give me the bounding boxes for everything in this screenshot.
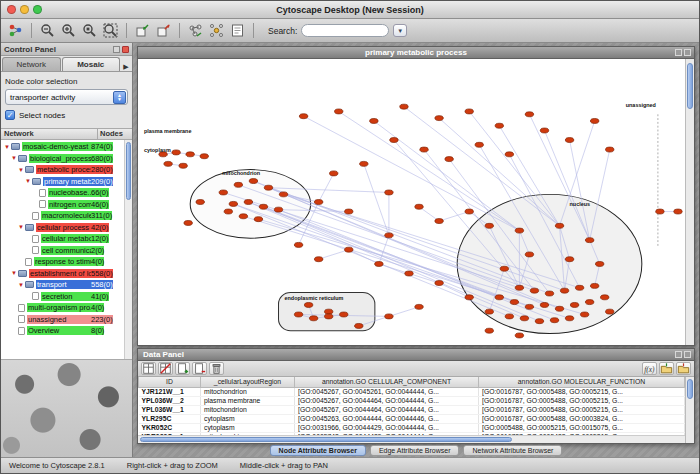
graph-node[interactable]	[196, 200, 204, 205]
expand-arrow-icon[interactable]: ▼	[3, 144, 11, 150]
table-row[interactable]: YJR121W__1mitochondrion[GO:0045267, GO:0…	[139, 387, 685, 396]
graph-node[interactable]	[674, 209, 682, 214]
graph-node[interactable]	[595, 261, 603, 266]
graph-node[interactable]	[259, 204, 267, 209]
tree-item[interactable]: ▼mosaic-demo-yeast874(0)	[1, 141, 124, 153]
minimize-window-button[interactable]	[20, 5, 29, 14]
graph-node[interactable]	[254, 217, 262, 222]
graph-node[interactable]	[535, 319, 543, 324]
tree-item[interactable]: ▼establishment of lo...558(0)	[1, 268, 124, 280]
expand-arrow-icon[interactable]: ▼	[17, 224, 25, 230]
graph-node[interactable]	[172, 150, 180, 155]
network-icon[interactable]	[6, 21, 25, 40]
table-cell[interactable]: [GO:0031966, GO:0044429, GO:0044444, G..…	[295, 423, 479, 432]
export-table-icon[interactable]	[676, 362, 691, 375]
graph-node[interactable]	[274, 207, 282, 212]
expand-arrow-icon[interactable]: ▼	[24, 178, 32, 184]
graph-node[interactable]	[530, 288, 538, 293]
table-cell[interactable]: cytoplasm	[201, 423, 295, 432]
zoom-in-icon[interactable]	[59, 21, 78, 40]
graph-node[interactable]	[606, 147, 614, 152]
graph-node[interactable]	[229, 201, 237, 206]
table-row[interactable]: YPL036W__2plasma membrane[GO:0045267, GO…	[139, 396, 685, 405]
table-cell[interactable]: [GO:0016787, GO:0005488, GO:0005215, G..…	[479, 396, 685, 405]
table-cell[interactable]: [GO:0045267, GO:0044464, GO:0044444, G..…	[295, 396, 479, 405]
graph-node[interactable]	[515, 333, 523, 338]
graph-node[interactable]	[415, 204, 423, 209]
graph-node[interactable]	[400, 104, 408, 109]
table-cell[interactable]: YJR121W__1	[139, 387, 201, 396]
tab-network-attribute-browser[interactable]: Network Attribute Browser	[463, 445, 562, 456]
graph-node[interactable]	[345, 209, 353, 214]
graph-node[interactable]	[375, 261, 383, 266]
import-network-icon[interactable]	[133, 21, 152, 40]
graph-node[interactable]	[279, 192, 287, 197]
close-panel-icon[interactable]	[122, 46, 129, 53]
graph-node[interactable]	[239, 214, 247, 219]
graph-node[interactable]	[500, 266, 508, 271]
network-vertical-scrollbar[interactable]	[685, 59, 694, 345]
table-row[interactable]: YPL036W__1mitochondrion[GO:0045267, GO:0…	[139, 405, 685, 414]
table-cell[interactable]: YPL036W__1	[139, 405, 201, 414]
graph-node[interactable]	[495, 295, 503, 300]
graph-node[interactable]	[565, 138, 573, 143]
graph-node[interactable]	[294, 312, 302, 317]
tree-item[interactable]: cellular metabo...12(0)	[1, 233, 124, 245]
table-cell[interactable]: [GO:0005488, GO:0005215, GO:0015075, G..…	[479, 423, 685, 432]
graph-node[interactable]	[485, 328, 493, 333]
graph-node[interactable]	[570, 302, 578, 307]
graph-node[interactable]	[445, 157, 453, 162]
tab-node-attribute-browser[interactable]: Node Attribute Browser	[270, 445, 366, 456]
close-window-button[interactable]	[7, 5, 16, 14]
table-row[interactable]: YLR295Ccytoplasm[GO:0045263, GO:0044444,…	[139, 414, 685, 423]
tab-mosaic[interactable]: Mosaic	[62, 57, 121, 71]
graph-node[interactable]	[304, 302, 312, 307]
tab-edge-attribute-browser[interactable]: Edge Attribute Browser	[370, 445, 460, 456]
table-cell[interactable]: [GO:0016787, GO:0005488, GO:0005215, G..…	[479, 387, 685, 396]
graph-node[interactable]	[385, 190, 393, 195]
expand-arrow-icon[interactable]: ▼	[10, 155, 18, 161]
graph-node[interactable]	[555, 306, 563, 311]
select-attributes-icon[interactable]	[141, 362, 156, 375]
trash-icon[interactable]	[209, 362, 224, 375]
tree-item[interactable]: nitrogen compo...46(0)	[1, 199, 124, 211]
table-horizontal-scrollbar[interactable]	[138, 435, 685, 443]
search-input[interactable]	[301, 24, 389, 37]
table-cell[interactable]: plasma membrane	[201, 396, 295, 405]
table-cell[interactable]: mitochondrion	[201, 405, 295, 414]
graph-node[interactable]	[540, 128, 548, 133]
tree-scrollbar-thumb[interactable]	[126, 142, 131, 200]
graph-node[interactable]	[200, 154, 208, 159]
table-cell[interactable]: YPL036W__2	[139, 396, 201, 405]
data-panel-close-icon[interactable]	[684, 351, 691, 358]
nodes-column-header[interactable]: Nodes	[98, 129, 132, 139]
graph-node[interactable]	[335, 109, 343, 114]
select-nodes-checkbox[interactable]: ✓	[5, 110, 15, 120]
graph-node[interactable]	[606, 309, 614, 314]
frame-close-icon[interactable]	[684, 49, 691, 56]
graph-node[interactable]	[420, 147, 428, 152]
network-canvas[interactable]: plasma membranecytoplasmmitochondrionnuc…	[138, 59, 694, 345]
graph-node[interactable]	[314, 200, 322, 205]
graph-node[interactable]	[385, 233, 393, 238]
table-cell[interactable]: [GO:0016787, GO:0005488, GO:0005215, G..…	[479, 405, 685, 414]
graph-node[interactable]	[585, 238, 593, 243]
graph-node[interactable]	[575, 285, 583, 290]
tree-item[interactable]: ▼primary metabo...209(0)	[1, 176, 124, 188]
graph-node[interactable]	[324, 309, 332, 314]
column-header[interactable]: annotation.GO MOLECULAR_FUNCTION	[479, 377, 685, 387]
graph-node[interactable]	[495, 123, 503, 128]
graph-node[interactable]	[465, 109, 473, 114]
table-vscroll-thumb[interactable]	[687, 379, 693, 399]
expand-arrow-icon[interactable]: ▼	[17, 282, 25, 288]
graph-node[interactable]	[390, 138, 398, 143]
graph-node[interactable]	[345, 247, 353, 252]
table-cell[interactable]: [GO:0016787, GO:0005488, GO:0003824, G..…	[479, 414, 685, 423]
graph-node[interactable]	[505, 152, 513, 157]
graph-node[interactable]	[309, 316, 317, 321]
expand-arrow-icon[interactable]: ▼	[17, 167, 25, 173]
graph-node[interactable]	[340, 312, 348, 317]
expand-arrow-icon[interactable]: ▼	[10, 270, 18, 276]
graph-node[interactable]	[415, 304, 423, 309]
graph-node[interactable]	[510, 300, 518, 305]
